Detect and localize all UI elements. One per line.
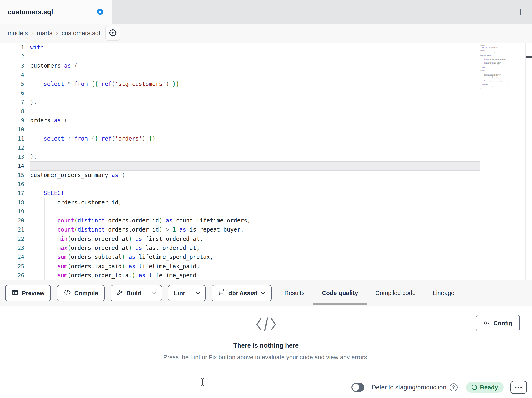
code-empty-state-icon bbox=[0, 316, 532, 334]
compile-button[interactable]: Compile bbox=[57, 285, 104, 301]
code-line[interactable]: 4 bbox=[0, 70, 525, 79]
line-number: 9 bbox=[0, 117, 30, 124]
code-line[interactable]: 12 bbox=[0, 143, 525, 152]
build-button[interactable]: Build bbox=[111, 286, 147, 301]
breadcrumb-marts[interactable]: marts bbox=[37, 30, 52, 37]
minimap-content: withcustomers as ( select * from {{ ref(… bbox=[480, 44, 512, 90]
line-number: 7 bbox=[0, 99, 30, 105]
scrollbar-thumb[interactable] bbox=[526, 56, 532, 58]
explore-lineage-button[interactable] bbox=[105, 26, 120, 41]
breadcrumb-bar: models › marts › customers.sql Save bbox=[0, 24, 532, 43]
table-grid-icon bbox=[12, 289, 19, 297]
code-brackets-icon bbox=[63, 289, 71, 297]
ready-label: Ready bbox=[480, 384, 498, 391]
new-tab-button[interactable]: + bbox=[512, 4, 528, 20]
chevron-down-icon bbox=[261, 292, 265, 294]
defer-label: Defer to staging/production bbox=[372, 384, 446, 391]
code-line[interactable]: 2 bbox=[0, 52, 525, 61]
editor-scrollbar[interactable] bbox=[525, 43, 532, 280]
code-line[interactable]: 14 bbox=[0, 161, 525, 170]
empty-state-title: There is nothing here bbox=[0, 342, 532, 349]
code-lines: 1with23customers as (45 select * from {{… bbox=[0, 43, 525, 280]
code-line[interactable]: 7), bbox=[0, 98, 525, 107]
status-circle-icon bbox=[472, 385, 477, 390]
code-line[interactable]: 9orders as ( bbox=[0, 116, 525, 125]
more-options-button[interactable]: ••• bbox=[511, 381, 527, 394]
code-line[interactable]: 15customer_orders_summary as ( bbox=[0, 170, 525, 180]
code-line[interactable]: 21 count(distinct orders.order_id) > 1 a… bbox=[0, 225, 525, 234]
tab-code-quality[interactable]: Code quality bbox=[322, 289, 358, 296]
line-number: 5 bbox=[0, 81, 30, 87]
breadcrumb-separator: › bbox=[31, 30, 33, 36]
lint-button[interactable]: Lint bbox=[168, 286, 191, 301]
code-line[interactable]: 8 bbox=[0, 107, 525, 116]
line-number: 14 bbox=[0, 163, 30, 169]
lint-dropdown-button[interactable] bbox=[191, 286, 205, 301]
minimap[interactable]: withcustomers as ( select * from {{ ref(… bbox=[480, 44, 512, 90]
empty-state-subtitle: Press the Lint or Fix button above to ev… bbox=[0, 354, 532, 360]
text-cursor-pointer bbox=[200, 378, 205, 387]
code-line[interactable]: 11 select * from {{ ref('orders') }} bbox=[0, 134, 525, 143]
code-line[interactable]: 17 SELECT bbox=[0, 189, 525, 198]
code-line[interactable]: 1with bbox=[0, 43, 525, 52]
code-line[interactable]: 13), bbox=[0, 152, 525, 161]
assist-sparkle-chat-icon bbox=[218, 289, 225, 297]
line-number: 26 bbox=[0, 272, 30, 278]
breadcrumb-file[interactable]: customers.sql bbox=[62, 30, 100, 37]
breadcrumb-models[interactable]: models bbox=[8, 30, 28, 37]
code-line[interactable]: 10 bbox=[0, 125, 525, 134]
status-bar: Defer to staging/production ? Ready ••• bbox=[0, 376, 532, 398]
code-line[interactable]: 25 sum(orders.tax_paid) as lifetime_tax_… bbox=[0, 261, 525, 271]
code-line[interactable]: 19 bbox=[0, 207, 525, 216]
line-number: 4 bbox=[0, 72, 30, 78]
line-number: 6 bbox=[0, 90, 30, 96]
tab-compiled-code[interactable]: Compiled code bbox=[375, 289, 416, 296]
code-line[interactable]: 16 bbox=[0, 180, 525, 189]
code-line[interactable]: 18 orders.customer_id, bbox=[0, 198, 525, 207]
wrench-icon bbox=[117, 289, 123, 297]
tab-results[interactable]: Results bbox=[285, 289, 304, 296]
help-icon[interactable]: ? bbox=[450, 383, 458, 391]
line-number: 18 bbox=[0, 199, 30, 206]
tab-customers-sql[interactable]: customers.sql bbox=[0, 0, 112, 24]
lint-label: Lint bbox=[174, 290, 185, 297]
ready-status-badge[interactable]: Ready bbox=[466, 382, 504, 392]
line-number: 21 bbox=[0, 227, 30, 233]
line-number: 17 bbox=[0, 190, 30, 196]
indent-guide bbox=[31, 180, 31, 280]
toggle-knob bbox=[352, 384, 359, 391]
code-line[interactable]: 23 max(orders.ordered_at) as last_ordere… bbox=[0, 243, 525, 252]
chevron-down-icon bbox=[196, 292, 200, 294]
compass-icon bbox=[108, 28, 117, 38]
code-editor[interactable]: 1with23customers as (45 select * from {{… bbox=[0, 43, 525, 280]
ellipsis-icon: ••• bbox=[514, 384, 523, 391]
unsaved-changes-dot-icon bbox=[97, 9, 103, 15]
line-number: 12 bbox=[0, 144, 30, 151]
tab-lineage[interactable]: Lineage bbox=[433, 289, 454, 296]
code-line[interactable]: 22 min(orders.ordered_at) as first_order… bbox=[0, 234, 525, 243]
line-number: 13 bbox=[0, 154, 30, 160]
preview-button[interactable]: Preview bbox=[5, 285, 51, 301]
line-number: 2 bbox=[0, 53, 30, 59]
code-line[interactable]: 5 select * from {{ ref('stg_customers') … bbox=[0, 79, 525, 88]
build-dropdown-button[interactable] bbox=[147, 286, 162, 301]
line-number: 20 bbox=[0, 217, 30, 224]
indent-guide bbox=[31, 70, 31, 98]
line-number: 25 bbox=[0, 263, 30, 269]
tab-title: customers.sql bbox=[8, 8, 53, 16]
indent-guide bbox=[31, 125, 31, 152]
compile-label: Compile bbox=[74, 290, 98, 297]
code-line[interactable]: 24 sum(orders.subtotal) as lifetime_spen… bbox=[0, 252, 525, 261]
code-line[interactable]: 3customers as ( bbox=[0, 61, 525, 70]
code-line[interactable]: 20 count(distinct orders.order_id) as co… bbox=[0, 216, 525, 225]
dbt-assist-button[interactable]: dbt Assist bbox=[212, 285, 272, 301]
code-line[interactable]: 6 bbox=[0, 88, 525, 98]
line-number: 15 bbox=[0, 172, 30, 178]
editor-tab-bar: customers.sql + bbox=[0, 0, 532, 24]
defer-toggle[interactable] bbox=[351, 383, 364, 392]
build-label: Build bbox=[126, 290, 141, 297]
preview-label: Preview bbox=[22, 290, 44, 297]
dbt-assist-label: dbt Assist bbox=[228, 290, 257, 297]
code-line[interactable]: 26 sum(orders.order_total) as lifetime_s… bbox=[0, 271, 525, 280]
empty-state: There is nothing here Press the Lint or … bbox=[0, 307, 532, 360]
